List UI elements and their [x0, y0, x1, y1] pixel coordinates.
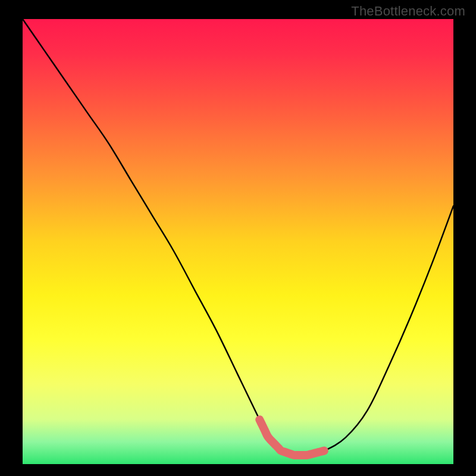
- bottleneck-chart: [0, 0, 476, 476]
- chart-frame: TheBottleneck.com: [0, 0, 476, 476]
- watermark-text: TheBottleneck.com: [351, 4, 465, 19]
- gradient-background: [23, 19, 453, 464]
